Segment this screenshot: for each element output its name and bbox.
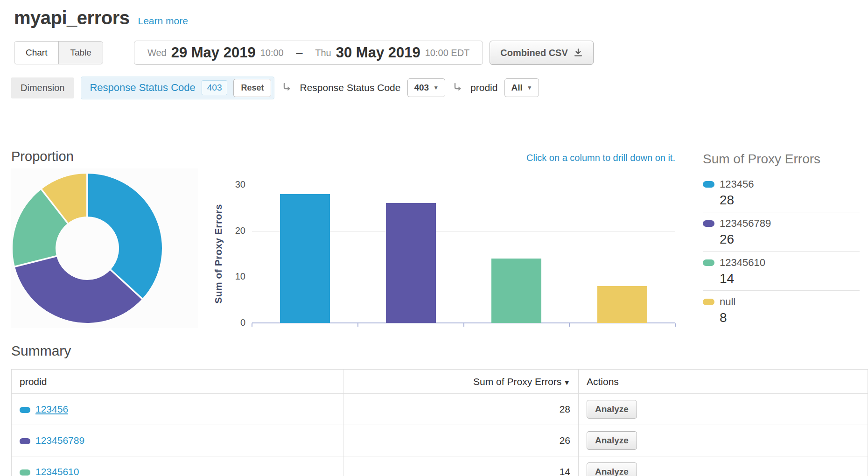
legend-color-chip <box>703 259 714 266</box>
column-header-prodid[interactable]: prodid <box>12 370 343 394</box>
y-tick-label: 20 <box>223 225 245 236</box>
proportion-donut-chart <box>11 168 198 328</box>
summary-table: prodid Sum of Proxy Errors▼ Actions 1234… <box>11 369 868 476</box>
end-time: 10:00 EDT <box>425 48 470 58</box>
learn-more-link[interactable]: Learn more <box>138 15 188 27</box>
legend-color-chip <box>703 299 714 305</box>
status-code-dropdown[interactable]: 403 ▼ <box>407 78 445 97</box>
legend-item-123456789: 12345678926 <box>703 212 860 252</box>
bar-123456[interactable] <box>280 194 330 323</box>
start-date: 29 May 2019 <box>171 44 256 61</box>
legend-label: 123456789 <box>720 217 771 230</box>
row-color-chip <box>20 407 30 413</box>
x-tick-mark <box>252 323 252 327</box>
table-row: 12345678926Analyze <box>12 425 868 456</box>
active-filter-chip[interactable]: Response Status Code 403 Reset <box>81 77 274 99</box>
combined-csv-button[interactable]: Combined CSV <box>490 41 593 65</box>
legend-label: null <box>720 296 735 308</box>
chevron-down-icon: ▼ <box>433 84 439 91</box>
drilldown-arrow-icon <box>452 82 463 93</box>
legend-title: Sum of Proxy Errors <box>703 152 860 167</box>
page-header: myapi_errors Learn more <box>0 0 868 28</box>
active-filter-name: Response Status Code <box>90 82 195 94</box>
prodid-link-12345610[interactable]: 12345610 <box>35 466 79 476</box>
dimension-filter-row: Dimension Response Status Code 403 Reset… <box>11 77 868 98</box>
row-color-chip <box>20 438 30 444</box>
sum-value: 14 <box>343 456 579 476</box>
summary-table-header-row: prodid Sum of Proxy Errors▼ Actions <box>12 370 868 394</box>
dimension-label: Dimension <box>11 77 74 98</box>
status-code-dropdown-value: 403 <box>414 83 429 93</box>
gridline <box>252 185 675 185</box>
end-date: 30 May 2019 <box>336 44 420 61</box>
start-day: Wed <box>147 48 167 58</box>
x-tick-mark <box>357 323 358 327</box>
analyze-button-123456789[interactable]: Analyze <box>587 431 637 450</box>
y-tick-label: 10 <box>223 271 245 282</box>
legend-item-null: null8 <box>703 291 860 329</box>
bar-null[interactable] <box>597 286 647 323</box>
bar-chart: 0102030 <box>252 185 675 323</box>
legend-label: 12345610 <box>720 257 765 269</box>
chart-legend: Sum of Proxy Errors 12345628123456789261… <box>703 152 860 329</box>
start-time: 10:00 <box>260 48 284 58</box>
date-range-separator: – <box>296 45 303 60</box>
row-color-chip <box>20 469 30 476</box>
column-header-sum[interactable]: Sum of Proxy Errors▼ <box>343 370 579 394</box>
drilldown-hint: Click on a column to drill down on it. <box>526 153 675 163</box>
csv-button-label: Combined CSV <box>500 48 567 58</box>
reset-button[interactable]: Reset <box>233 79 271 97</box>
toolbar: Chart Table Wed 29 May 2019 10:00 – Thu … <box>14 41 868 65</box>
tab-table[interactable]: Table <box>59 42 102 64</box>
legend-value: 28 <box>720 193 860 208</box>
table-row: 1234561014Analyze <box>12 456 868 476</box>
drilldown-arrow-icon <box>281 82 293 93</box>
legend-item-12345610: 1234561014 <box>703 252 860 291</box>
x-tick-mark <box>569 323 570 327</box>
table-row: 12345628Analyze <box>12 394 868 425</box>
bar-12345610[interactable] <box>491 259 541 323</box>
analyze-button-12345610[interactable]: Analyze <box>587 462 637 476</box>
sum-value: 28 <box>343 394 579 425</box>
download-icon <box>574 48 583 57</box>
prodid-dropdown[interactable]: All ▼ <box>504 78 539 97</box>
sort-desc-icon[interactable]: ▼ <box>563 378 570 386</box>
drilldown-prodid-label: prodid <box>470 82 497 93</box>
legend-color-chip <box>703 181 714 188</box>
legend-value: 8 <box>720 310 860 325</box>
legend-value: 26 <box>720 232 860 247</box>
column-header-actions: Actions <box>579 370 868 394</box>
legend-label: 123456 <box>720 178 754 190</box>
analyze-button-123456[interactable]: Analyze <box>587 400 637 419</box>
legend-value: 14 <box>720 271 860 286</box>
legend-color-chip <box>703 220 714 227</box>
view-toggle: Chart Table <box>14 41 103 64</box>
legend-item-123456: 12345628 <box>703 173 860 212</box>
active-filter-value: 403 <box>202 80 228 95</box>
sum-value: 26 <box>343 425 579 456</box>
prodid-link-123456789[interactable]: 123456789 <box>35 435 84 446</box>
prodid-dropdown-value: All <box>511 83 522 93</box>
proportion-title: Proportion <box>11 149 74 164</box>
date-range-picker[interactable]: Wed 29 May 2019 10:00 – Thu 30 May 2019 … <box>134 41 483 65</box>
end-day: Thu <box>315 48 331 58</box>
prodid-link-123456[interactable]: 123456 <box>35 404 68 414</box>
x-tick-mark <box>675 323 676 327</box>
summary-title: Summary <box>11 343 868 359</box>
x-tick-mark <box>463 323 464 327</box>
tab-chart[interactable]: Chart <box>14 42 59 64</box>
page-title: myapi_errors <box>14 7 129 28</box>
y-tick-label: 30 <box>223 179 245 190</box>
chart-section: Proportion Click on a column to drill do… <box>0 149 868 330</box>
drilldown-status-code-label: Response Status Code <box>300 82 400 93</box>
y-axis-title: Sum of Proxy Errors <box>213 204 224 304</box>
bar-123456789[interactable] <box>386 203 436 323</box>
chevron-down-icon: ▼ <box>527 84 532 91</box>
y-tick-label: 0 <box>223 317 245 328</box>
